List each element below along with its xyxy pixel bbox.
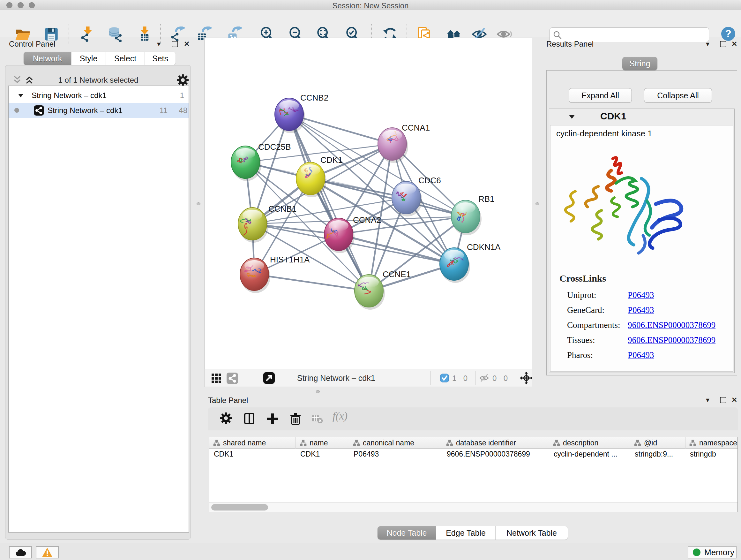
table-cell[interactable]: P06493: [349, 450, 442, 461]
window-title: Session: New Session: [0, 1, 741, 10]
crosslink-link-pharos[interactable]: P06493: [628, 350, 654, 360]
node-RB1[interactable]: RB1: [451, 194, 495, 235]
results-panel-float-icon[interactable]: ▾: [706, 41, 710, 48]
svg-text:?: ?: [725, 28, 731, 39]
application-window: Session: New Session ? Control Panel ▾ ✕…: [0, 0, 741, 560]
crosslink-link-uniprot[interactable]: P06493: [628, 290, 654, 300]
crosslink-label-compartments: Compartments:: [567, 320, 620, 330]
control-panel-title: Control Panel: [9, 40, 55, 49]
import-network-from-database-button[interactable]: [108, 26, 123, 42]
bottom-splitter-grip[interactable]: [316, 390, 320, 393]
tab-string[interactable]: String: [622, 57, 657, 70]
control-panel-float-icon[interactable]: ▾: [157, 41, 160, 48]
hidden-count: 0 - 0: [492, 374, 508, 383]
cloud-icon: [14, 548, 27, 557]
node-CDKN1A[interactable]: CDKN1A: [440, 242, 501, 283]
collection-name: String Network – cdk1: [31, 91, 107, 100]
cloud-button[interactable]: [9, 546, 32, 558]
column-header-namespace[interactable]: namespace: [685, 437, 738, 449]
node-label-CCNB2: CCNB2: [300, 93, 328, 103]
column-header-canonical-name[interactable]: canonical name: [349, 437, 442, 449]
tab-sets[interactable]: Sets: [145, 52, 176, 65]
column-header-shared-name[interactable]: shared name: [209, 437, 296, 449]
show-columns-icon[interactable]: [243, 412, 257, 426]
network-edge-count: 48: [168, 106, 187, 115]
right-splitter-grip[interactable]: [536, 202, 539, 205]
warnings-button[interactable]: [36, 546, 59, 558]
tab-network-table[interactable]: Network Table: [495, 526, 568, 540]
tab-select[interactable]: Select: [106, 52, 145, 65]
crosslink-label-uniprot: Uniprot:: [567, 290, 596, 300]
table-panel-float-icon[interactable]: ▾: [706, 396, 710, 403]
search-input[interactable]: [565, 29, 705, 41]
tab-node-table[interactable]: Node Table: [378, 526, 436, 540]
results-panel-maximize-icon[interactable]: [720, 41, 726, 47]
network-node-count: 11: [148, 106, 167, 115]
tab-network[interactable]: Network: [23, 52, 71, 65]
table-panel-maximize-icon[interactable]: [720, 397, 726, 403]
network-share-view-icon[interactable]: [226, 372, 239, 384]
scrollbar-thumb[interactable]: [211, 504, 268, 510]
results-panel-close-icon[interactable]: ✕: [731, 41, 737, 48]
left-splitter-grip[interactable]: [197, 202, 200, 205]
delete-column-icon[interactable]: [288, 412, 302, 426]
crosslink-link-tissues[interactable]: 9606.ENSP00000378699: [628, 335, 716, 345]
node-CDC6[interactable]: CDC6: [392, 176, 441, 216]
control-panel-close-icon[interactable]: ✕: [184, 41, 190, 48]
table-cell[interactable]: CDK1: [296, 450, 349, 461]
node-CCNE1[interactable]: CCNE1: [354, 269, 411, 310]
tab-edge-table[interactable]: Edge Table: [436, 526, 495, 540]
table-options-gear-icon[interactable]: [219, 412, 233, 426]
crosslink-link-compartments[interactable]: 9606.ENSP00000378699: [628, 320, 716, 330]
network-canvas[interactable]: CCNB2 CCNA1 CDC25B CDK1 CDC6 RB1: [204, 38, 532, 369]
network-view-toolbar: String Network – cdk1 1 - 0 0 - 0: [204, 369, 532, 387]
function-builder-icon-disabled: f(x): [333, 410, 347, 422]
table-cell[interactable]: 9606.ENSP00000378699: [442, 450, 549, 461]
import-table-button[interactable]: [137, 26, 152, 42]
birdseye-nav-icon[interactable]: [520, 372, 533, 384]
crosslink-link-genecard[interactable]: P06493: [628, 305, 654, 315]
memory-button[interactable]: Memory: [688, 546, 737, 558]
column-header-description[interactable]: description: [549, 437, 630, 449]
collection-expander-icon[interactable]: [17, 93, 24, 98]
help-button[interactable]: ?: [721, 26, 736, 42]
table-cell[interactable]: stringdb: [685, 450, 738, 461]
tab-style[interactable]: Style: [71, 52, 106, 65]
table-cell[interactable]: stringdb:9...: [630, 450, 685, 461]
collapse-all-button[interactable]: Collapse All: [644, 88, 712, 103]
export-network-button[interactable]: [170, 26, 185, 42]
grid-view-icon[interactable]: [211, 373, 222, 384]
network-collection-row[interactable]: String Network – cdk1 1: [9, 88, 189, 103]
node-CCNB2[interactable]: CCNB2: [275, 93, 328, 133]
expand-all-button[interactable]: Expand All: [569, 88, 632, 103]
detach-view-icon[interactable]: [263, 372, 275, 384]
network-edges[interactable]: [246, 114, 466, 291]
table-panel-close-icon[interactable]: ✕: [731, 396, 737, 403]
node-label-CDK1: CDK1: [320, 155, 342, 165]
add-column-icon[interactable]: [266, 412, 280, 426]
table-cell[interactable]: cyclin-dependent ...: [549, 450, 630, 461]
table-horizontal-scrollbar[interactable]: [209, 502, 738, 512]
network-row-selected[interactable]: String Network – cdk1 11 48: [9, 103, 189, 118]
toolbar-separator: [69, 24, 69, 44]
column-header-name[interactable]: name: [296, 437, 349, 449]
node-CCNA1[interactable]: CCNA1: [378, 123, 430, 163]
table-cell[interactable]: CDK1: [209, 450, 296, 461]
network-options-gear-icon[interactable]: [177, 74, 189, 86]
warning-icon: [42, 547, 53, 557]
node-result-detail: cyclin-dependent kinase 1 CrossLinks Uni…: [550, 125, 733, 372]
control-panel-maximize-icon[interactable]: [172, 41, 178, 47]
memory-label: Memory: [704, 548, 734, 557]
node-CCNB1[interactable]: CCNB1: [238, 204, 296, 243]
column-header-id[interactable]: @id: [630, 437, 685, 449]
import-network-button[interactable]: [80, 26, 95, 42]
selected-checkbox-icon[interactable]: [440, 374, 449, 382]
node-table[interactable]: shared name name canonical name database…: [209, 437, 738, 512]
results-panel-title: Results Panel: [546, 40, 594, 49]
node-HIST1H1A[interactable]: HIST1H1A: [240, 255, 310, 293]
node-CDC25B[interactable]: CDC25B: [231, 142, 291, 181]
node-result-expander-icon[interactable]: [568, 114, 576, 120]
column-header-database-identifier[interactable]: database identifier: [442, 437, 549, 449]
node-description: cyclin-dependent kinase 1: [556, 129, 652, 138]
node-label-CCNE1: CCNE1: [383, 269, 411, 279]
